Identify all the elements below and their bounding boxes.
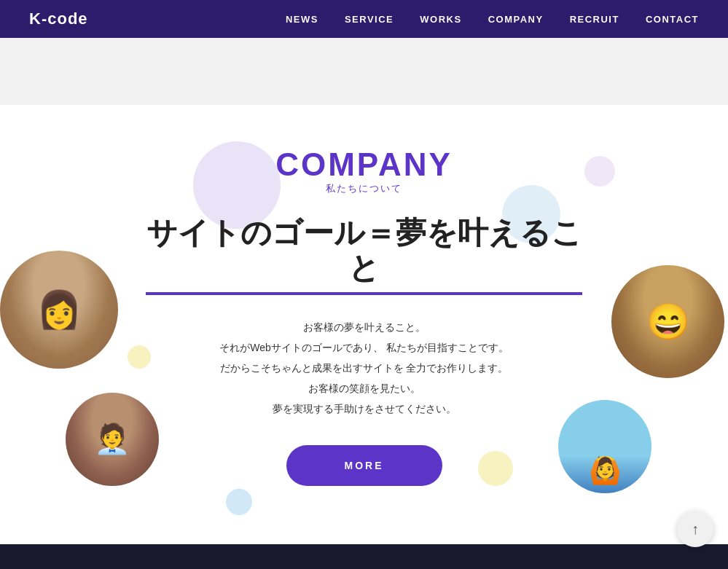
nav-news[interactable]: NEWS [286, 14, 318, 25]
body-line3: だからこそちゃんと成果を出すサイトを 全力でお作りします。 [220, 362, 509, 374]
nav-works[interactable]: WORKS [420, 14, 461, 25]
navbar: K-code NEWS SERVICE WORKS COMPANY RECRUI… [0, 0, 728, 38]
company-subtitle: 私たちについて [146, 182, 582, 195]
center-content: COMPANY 私たちについて サイトのゴール＝夢を叶えること お客様の夢を叶え… [0, 149, 728, 486]
more-button[interactable]: MORE [286, 445, 442, 486]
body-line2: それがWebサイトのゴールであり、 私たちが目指すことです。 [219, 342, 508, 353]
bottom-section [0, 544, 728, 569]
navbar-links: NEWS SERVICE WORKS COMPANY RECRUIT CONTA… [286, 12, 699, 25]
headline: サイトのゴール＝夢を叶えること [146, 216, 582, 295]
company-label: COMPANY [146, 149, 582, 181]
nav-recruit[interactable]: RECRUIT [570, 14, 619, 25]
body-line1: お客様の夢を叶えること。 [303, 321, 426, 333]
body-line5: 夢を実現する手助けをさせてください。 [273, 403, 456, 415]
nav-service[interactable]: SERVICE [345, 14, 394, 25]
scroll-up-button[interactable]: ↑ [677, 511, 713, 547]
company-section: 👩 😄 🧑‍💼 🙆 COMPANY 私たちについて サイトのゴール＝夢を叶えるこ… [0, 105, 728, 544]
grey-bar [0, 38, 728, 105]
body-text: お客様の夢を叶えること。 それがWebサイトのゴールであり、 私たちが目指すこと… [146, 317, 582, 419]
nav-contact[interactable]: CONTACT [646, 14, 699, 25]
scroll-up-arrow: ↑ [692, 521, 699, 538]
deco-circle-blue-small [226, 489, 252, 515]
body-line4: お客様の笑顔を見たい。 [308, 382, 420, 394]
nav-company[interactable]: COMPANY [488, 14, 544, 25]
navbar-logo[interactable]: K-code [29, 9, 88, 28]
